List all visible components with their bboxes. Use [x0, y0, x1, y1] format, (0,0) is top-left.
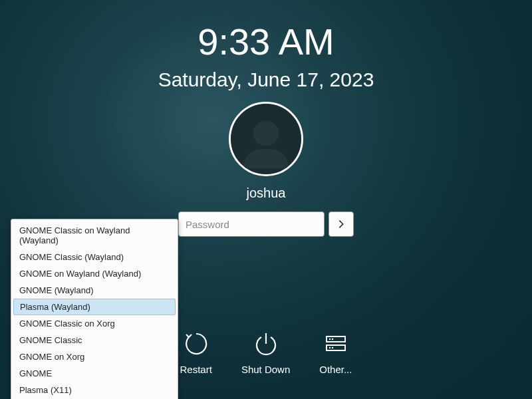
user-icon [231, 104, 301, 174]
session-item[interactable]: GNOME Classic on Xorg [11, 315, 178, 332]
power-icon [253, 331, 279, 357]
user-avatar[interactable] [229, 102, 303, 176]
password-input[interactable] [178, 211, 325, 237]
restart-label: Restart [180, 364, 212, 375]
username-label: joshua [0, 186, 532, 201]
shutdown-label: Shut Down [241, 364, 290, 375]
login-button[interactable] [329, 211, 354, 237]
session-item-selected[interactable]: Plasma (Wayland) [13, 299, 176, 315]
session-item[interactable]: GNOME on Xorg [11, 348, 178, 365]
clock-area: 9:33 AM Saturday, June 17, 2023 [0, 0, 532, 91]
clock-time: 9:33 AM [0, 20, 532, 63]
svg-point-7 [329, 347, 331, 348]
arrow-right-icon [336, 219, 346, 229]
session-item[interactable]: GNOME Classic on Wayland (Wayland) [11, 222, 178, 249]
svg-point-8 [332, 347, 333, 348]
other-label: Other... [319, 364, 352, 375]
session-item[interactable]: GNOME Classic [11, 332, 178, 348]
svg-point-6 [332, 338, 333, 340]
other-icon [323, 331, 349, 357]
svg-point-5 [329, 338, 331, 340]
session-item[interactable]: GNOME [11, 365, 178, 382]
session-menu[interactable]: GNOME Classic on Wayland (Wayland) GNOME… [11, 219, 178, 399]
restart-icon [183, 331, 209, 357]
session-item[interactable]: GNOME on Wayland (Wayland) [11, 265, 178, 282]
other-button[interactable]: Other... [319, 331, 352, 375]
session-item[interactable]: Plasma (X11) [11, 382, 178, 398]
shutdown-button[interactable]: Shut Down [241, 331, 290, 375]
session-item[interactable]: GNOME Classic (Wayland) [11, 249, 178, 265]
restart-button[interactable]: Restart [180, 331, 212, 375]
svg-point-1 [253, 120, 279, 146]
session-item[interactable]: GNOME (Wayland) [11, 282, 178, 299]
clock-date: Saturday, June 17, 2023 [0, 68, 532, 91]
